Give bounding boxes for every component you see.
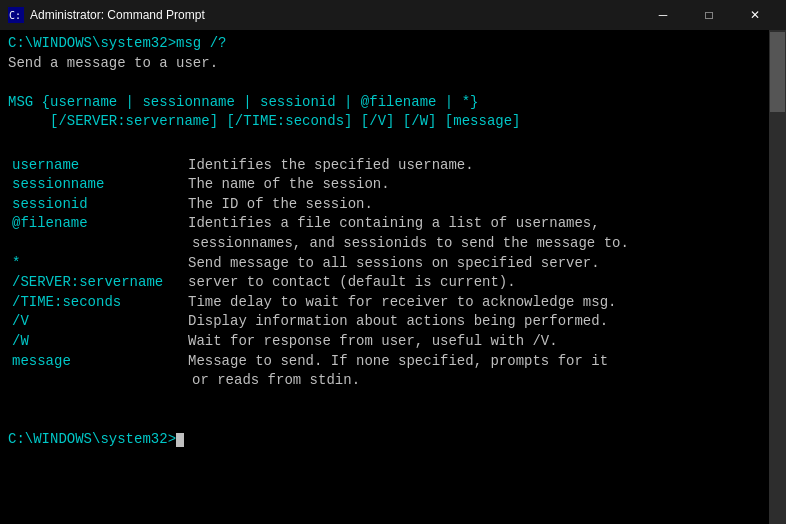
param-row-w: /W Wait for response from user, useful w… — [8, 332, 761, 352]
window: C: Administrator: Command Prompt ─ □ ✕ C… — [0, 0, 786, 524]
param-name-v: /V — [8, 312, 188, 332]
maximize-button[interactable]: □ — [686, 0, 732, 30]
scrollbar-thumb[interactable] — [770, 32, 785, 112]
param-row-username: username Identifies the specified userna… — [8, 156, 761, 176]
param-name-star: * — [8, 254, 188, 274]
cmd-icon: C: — [8, 7, 24, 23]
cursor — [176, 433, 184, 447]
param-row-server: /SERVER:servername server to contact (de… — [8, 273, 761, 293]
title-bar-left: C: Administrator: Command Prompt — [8, 7, 205, 23]
param-name-sessionid: sessionid — [8, 195, 188, 215]
prompt-line-1: C:\WINDOWS\system32>msg /? — [8, 34, 761, 54]
param-name-server: /SERVER:servername — [8, 273, 188, 293]
param-name-w: /W — [8, 332, 188, 352]
terminal[interactable]: C:\WINDOWS\system32>msg /? Send a messag… — [0, 30, 769, 524]
param-desc-filename-cont: sessionnames, and sessionids to send the… — [8, 234, 761, 254]
param-desc-filename: Identifies a file containing a list of u… — [188, 214, 761, 234]
close-button[interactable]: ✕ — [732, 0, 778, 30]
param-table: username Identifies the specified userna… — [8, 156, 761, 391]
param-desc-star: Send message to all sessions on specifie… — [188, 254, 761, 274]
param-row-sessionid: sessionid The ID of the session. — [8, 195, 761, 215]
minimize-button[interactable]: ─ — [640, 0, 686, 30]
param-desc-message: Message to send. If none specified, prom… — [188, 352, 761, 372]
param-row-time: /TIME:seconds Time delay to wait for rec… — [8, 293, 761, 313]
param-desc-message-cont: or reads from stdin. — [8, 371, 761, 391]
prompt-line-2: C:\WINDOWS\system32> — [8, 430, 761, 450]
blank-line-4 — [8, 410, 761, 430]
param-desc-server: server to contact (default is current). — [188, 273, 761, 293]
param-desc-v: Display information about actions being … — [188, 312, 761, 332]
param-row-message: message Message to send. If none specifi… — [8, 352, 761, 372]
send-message-line: Send a message to a user. — [8, 54, 761, 74]
param-row-filename: @filename Identifies a file containing a… — [8, 214, 761, 234]
syntax-line-1: MSG {username | sessionname | sessionid … — [8, 93, 761, 113]
param-row-v: /V Display information about actions bei… — [8, 312, 761, 332]
param-row-star: * Send message to all sessions on specif… — [8, 254, 761, 274]
title-bar: C: Administrator: Command Prompt ─ □ ✕ — [0, 0, 786, 30]
title-bar-controls: ─ □ ✕ — [640, 0, 778, 30]
param-name-time: /TIME:seconds — [8, 293, 188, 313]
prompt2-text: C:\WINDOWS\system32> — [8, 431, 176, 447]
param-desc-w: Wait for response from user, useful with… — [188, 332, 761, 352]
param-name-filename: @filename — [8, 214, 188, 234]
param-name-username: username — [8, 156, 188, 176]
param-row-sessionname: sessionname The name of the session. — [8, 175, 761, 195]
param-name-message: message — [8, 352, 188, 372]
param-name-sessionname: sessionname — [8, 175, 188, 195]
svg-text:C:: C: — [9, 10, 21, 21]
content-area: C:\WINDOWS\system32>msg /? Send a messag… — [0, 30, 786, 524]
param-desc-sessionid: The ID of the session. — [188, 195, 761, 215]
blank-line-1 — [8, 73, 761, 93]
blank-line-3 — [8, 391, 761, 411]
param-desc-time: Time delay to wait for receiver to ackno… — [188, 293, 761, 313]
window-title: Administrator: Command Prompt — [30, 8, 205, 22]
blank-line-2 — [8, 132, 761, 152]
param-desc-username: Identifies the specified username. — [188, 156, 761, 176]
syntax-line-2: [/SERVER:servername] [/TIME:seconds] [/V… — [8, 112, 761, 132]
param-desc-sessionname: The name of the session. — [188, 175, 761, 195]
scrollbar[interactable] — [769, 30, 786, 524]
